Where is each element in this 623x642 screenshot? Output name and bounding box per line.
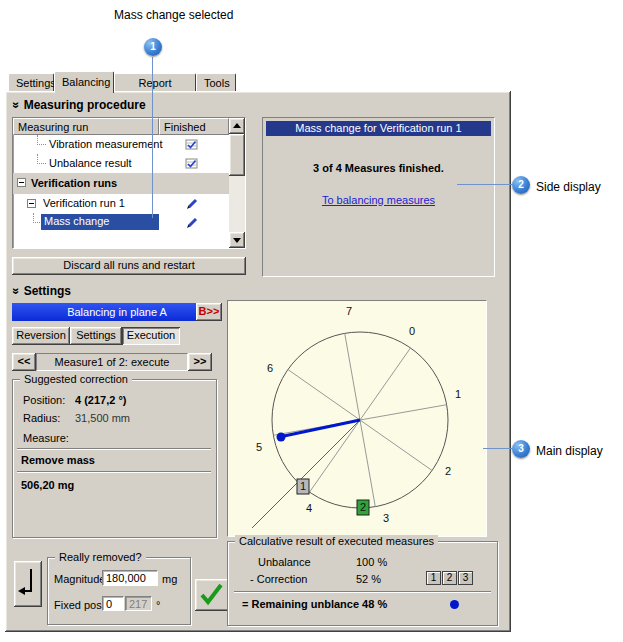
tree-group-verification-runs[interactable]: Verification runs [13, 173, 229, 194]
annotation-mass-change: Mass change selected [114, 8, 233, 22]
tree-row-vibration[interactable]: Vibration measurement [13, 135, 229, 154]
next-measure-button[interactable]: >> [188, 353, 212, 371]
remaining-dot-icon [450, 600, 459, 609]
fixed-position-input[interactable] [102, 596, 124, 611]
unbalance-vector [284, 420, 360, 436]
annotation-main-display: Main display [536, 444, 603, 458]
correction-value: 52 % [356, 573, 381, 585]
tree-scrollbar[interactable] [229, 118, 245, 248]
collapse-chevron-icon: » [9, 102, 23, 109]
tab-report-printing[interactable]: Report printing [114, 73, 196, 92]
unbalance-value: 100 % [356, 556, 387, 568]
collapse-expander-icon[interactable] [17, 178, 26, 187]
mode-tab-settings[interactable]: Settings [70, 327, 122, 345]
scroll-up-button[interactable] [229, 118, 245, 134]
discard-runs-button[interactable]: Discard all runs and restart [12, 257, 246, 275]
remaining-unbalance-label: = Remaining unblance 48 % [242, 598, 387, 610]
mode-tab-reversion[interactable]: Reversion [12, 327, 70, 345]
group-title: Suggested correction [20, 373, 132, 385]
calc-result-group: Calculative result of executed measures … [227, 541, 498, 626]
tree-row-mass-change[interactable]: Mass change [13, 213, 229, 232]
tree-branch [37, 135, 46, 145]
callout-3: 3 [512, 440, 530, 458]
measure-badge-2: 2 [442, 571, 457, 585]
radius-label: Radius: [23, 412, 60, 424]
position-label: Position: [23, 394, 65, 406]
callout-1: 1 [144, 38, 162, 56]
balancing-dialog: Settings Balancing Report printing Tools… [5, 71, 511, 632]
fixed-position-alt-input [125, 596, 152, 611]
svg-text:1: 1 [300, 480, 306, 492]
scrollbar-thumb[interactable] [229, 134, 245, 176]
down-left-arrow-icon [14, 561, 40, 605]
marker-2: 2 [357, 500, 369, 515]
selected-row-highlight: Mass change [41, 214, 159, 230]
radius-value: 31,500 mm [75, 412, 130, 424]
suggested-correction-group: Suggested correction Position: 4 (217,2 … [12, 379, 217, 538]
degree-unit: ° [156, 599, 160, 611]
tree-row-unbalance[interactable]: Unbalance result [13, 154, 229, 173]
svg-text:4: 4 [306, 502, 312, 514]
svg-text:0: 0 [409, 325, 415, 337]
tab-settings[interactable]: Settings [8, 73, 54, 92]
position-value: 4 (217,2 °) [75, 394, 126, 406]
correction-label: - Correction [250, 573, 307, 585]
marker-1: 1 [297, 479, 309, 494]
svg-text:5: 5 [256, 441, 262, 453]
tab-balancing[interactable]: Balancing [54, 71, 114, 93]
callout3-line [483, 448, 512, 449]
separator [17, 471, 211, 473]
apply-correction-button[interactable] [14, 561, 42, 607]
svg-text:2: 2 [445, 465, 451, 477]
svg-text:3: 3 [383, 512, 389, 524]
fixed-position-label: Fixed position [54, 599, 102, 611]
collapse-chevron-icon: » [9, 288, 23, 295]
arrow-up-icon [233, 123, 241, 128]
correction-amount: 506,20 mg [21, 479, 74, 491]
confirm-button[interactable] [195, 579, 229, 611]
callout2-line [457, 184, 512, 185]
prev-measure-button[interactable]: << [12, 353, 36, 371]
magnitude-input[interactable] [102, 570, 158, 586]
correction-action: Remove mass [21, 454, 95, 466]
unbalance-dot [277, 433, 286, 442]
settings-section-header[interactable]: »Settings [13, 284, 71, 298]
svg-text:1: 1 [455, 388, 461, 400]
tab-tools[interactable]: Tools [196, 73, 236, 92]
annotation-side-display: Side display [536, 180, 601, 194]
group-title: Calculative result of executed measures [235, 535, 438, 547]
balance-wheel-chart: 0 1 2 3 4 5 6 7 1 2 [227, 300, 487, 537]
tree-row-label: Mass change [44, 215, 109, 227]
mode-tab-execution[interactable]: Execution [122, 327, 180, 345]
tree-group-label: Verification runs [31, 173, 117, 193]
measure-badge-1: 1 [426, 571, 441, 585]
svg-text:2: 2 [360, 501, 366, 513]
column-header-measuring-run[interactable]: Measuring run [13, 118, 159, 135]
callout-2: 2 [512, 176, 530, 194]
callout1-line [152, 57, 153, 218]
column-header-finished[interactable]: Finished [159, 118, 229, 135]
measure-label: Measure: [23, 432, 69, 444]
separator [234, 591, 491, 593]
arrow-down-icon [233, 238, 241, 243]
magnitude-label: Magnitude [54, 573, 105, 585]
tree-branch [37, 154, 46, 164]
tree-row-label: Vibration measurement [49, 135, 163, 153]
scroll-down-button[interactable] [229, 232, 245, 248]
plane-switch-button[interactable]: B>> [196, 303, 222, 321]
measuring-procedure-header[interactable]: »Measuring procedure [13, 98, 146, 112]
tree-row-label: Unbalance result [49, 154, 132, 172]
tree-row-verification-run1[interactable]: Verification run 1 [13, 194, 229, 213]
side-display-panel: Mass change for Verification run 1 3 of … [262, 117, 495, 277]
unbalance-label: Unbalance [258, 556, 311, 568]
really-removed-group: Really removed? Magnitude mg Fixed posit… [47, 557, 191, 625]
magnitude-unit: mg [162, 573, 177, 585]
position-labels: 0 1 2 3 4 5 6 7 [256, 305, 461, 524]
collapse-expander-icon[interactable] [27, 199, 36, 208]
to-balancing-measures-link[interactable]: To balancing measures [263, 194, 494, 206]
separator [17, 448, 211, 450]
svg-text:6: 6 [267, 362, 273, 374]
side-panel-title: Mass change for Verification run 1 [266, 121, 491, 136]
tree-row-label: Verification run 1 [43, 194, 125, 212]
measures-finished-status: 3 of 4 Measures finished. [263, 162, 494, 174]
